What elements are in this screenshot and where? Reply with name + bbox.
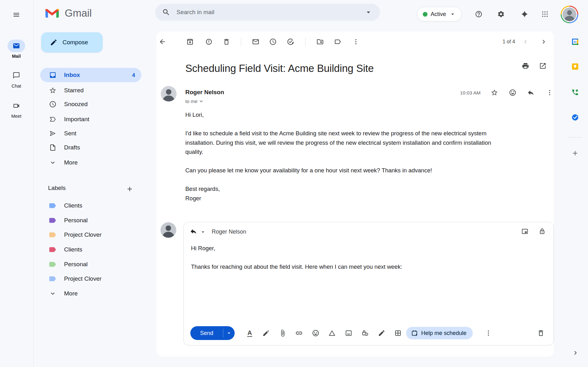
reply-compose-card[interactable] <box>183 222 554 345</box>
send-button[interactable]: Send <box>190 326 235 340</box>
report-spam-button[interactable] <box>202 35 216 49</box>
mark-unread-button[interactable] <box>249 35 263 49</box>
label-item-clients[interactable]: Clients <box>40 198 141 213</box>
label-item-personal-2[interactable]: Personal <box>40 257 141 272</box>
confidential-mode-button[interactable] <box>358 326 372 340</box>
reply-type-chevron-icon[interactable] <box>200 229 206 235</box>
sidebar-item-drafts[interactable]: Drafts <box>40 140 141 155</box>
label-item-text: Personal <box>64 217 88 224</box>
snooze-button[interactable] <box>266 35 280 49</box>
recipient-label: to me <box>185 99 198 104</box>
rail-item-chat-label[interactable]: Chat <box>0 84 33 89</box>
rail-item-mail-label[interactable]: Mail <box>0 54 33 59</box>
message-more-button[interactable] <box>543 86 557 100</box>
insert-link-button[interactable] <box>292 326 306 340</box>
discard-draft-button[interactable] <box>534 326 548 340</box>
more-options-button[interactable] <box>349 35 363 49</box>
confidential-lock-button[interactable] <box>536 225 548 238</box>
compose-more-options-button[interactable] <box>482 326 495 340</box>
calendar-icon: 31 <box>571 38 579 46</box>
sidebar-item-important[interactable]: Important <box>40 112 141 127</box>
help-icon <box>475 10 482 18</box>
label-item-clients-2[interactable]: Clients <box>40 242 141 257</box>
sender-avatar[interactable] <box>161 86 177 102</box>
status-chevron-icon <box>449 11 456 18</box>
labels-button[interactable] <box>331 35 345 49</box>
back-arrow-icon <box>159 38 166 46</box>
compose-button[interactable]: Compose <box>41 32 103 52</box>
status-selector[interactable]: Active <box>417 7 462 21</box>
tasks-icon <box>571 114 579 121</box>
reply-type-button[interactable] <box>187 225 200 238</box>
chat-icon[interactable] <box>13 72 20 79</box>
body-line: I'd like to schedule a field visit to th… <box>185 129 491 138</box>
insert-emoji-button[interactable] <box>309 326 323 340</box>
get-add-ons-button[interactable] <box>568 146 582 160</box>
sidebar-item-more[interactable]: More <box>40 155 141 170</box>
sidebar-item-snoozed[interactable]: Snoozed <box>40 97 141 111</box>
reply-body[interactable]: Hi Roger, Thanks for reaching out about … <box>191 244 402 272</box>
hide-side-panel-button[interactable] <box>569 346 582 360</box>
search-options-chevron-icon[interactable] <box>364 8 373 16</box>
emoji-reaction-button[interactable] <box>506 86 520 100</box>
star-button[interactable] <box>487 86 501 100</box>
sender-name[interactable]: Roger Nelson <box>185 89 224 96</box>
keep-app-button[interactable] <box>568 60 582 73</box>
trash-icon <box>223 38 230 46</box>
body-line: Can you please let me know your availabi… <box>185 166 491 175</box>
sidebar-item-sent[interactable]: Sent <box>40 126 141 141</box>
settings-button[interactable] <box>494 7 508 21</box>
older-email-button[interactable] <box>537 35 551 49</box>
help-me-schedule-button[interactable]: Help me schedule <box>406 327 473 339</box>
move-to-button[interactable] <box>313 35 327 49</box>
gemini-button[interactable] <box>518 7 531 21</box>
layouts-button[interactable] <box>391 326 405 340</box>
pop-out-reply-button[interactable] <box>519 225 531 238</box>
add-to-tasks-button[interactable] <box>284 35 297 49</box>
archive-button[interactable] <box>183 35 197 49</box>
details-chevron-icon[interactable] <box>198 98 204 104</box>
insert-photo-button[interactable] <box>342 326 356 340</box>
help-me-write-button[interactable] <box>259 326 273 340</box>
insert-from-drive-button[interactable] <box>325 326 339 340</box>
send-options-chevron-icon[interactable] <box>223 330 235 336</box>
mail-icon[interactable] <box>13 42 20 50</box>
search-input[interactable] <box>176 8 364 16</box>
label-item-project-clover[interactable]: Project Clover <box>40 228 141 242</box>
delete-button[interactable] <box>220 35 233 49</box>
apps-button[interactable] <box>538 7 552 21</box>
sidebar-item-inbox[interactable]: Inbox 4 <box>40 68 141 82</box>
create-label-button[interactable] <box>123 182 137 196</box>
newer-email-button[interactable] <box>519 35 532 49</box>
insert-signature-button[interactable] <box>375 326 389 340</box>
print-button[interactable] <box>519 59 532 73</box>
more-vert-icon <box>352 38 360 46</box>
sidebar-item-starred[interactable]: Starred <box>40 83 141 98</box>
main-menu-button[interactable] <box>9 8 23 22</box>
calendar-plus-icon <box>411 330 418 337</box>
label-item-project-clover-2[interactable]: Project Clover <box>40 272 141 286</box>
search-icon[interactable] <box>162 8 170 16</box>
email-subject: Scheduling Field Visit: Acme Building Si… <box>185 62 374 74</box>
meet-icon[interactable] <box>13 102 20 110</box>
reply-button[interactable] <box>524 86 538 100</box>
help-button[interactable] <box>472 7 486 21</box>
account-avatar[interactable] <box>561 6 578 23</box>
rail-item-meet-label[interactable]: Meet <box>0 114 33 119</box>
label-item-personal[interactable]: Personal <box>40 213 141 228</box>
voice-app-button[interactable] <box>568 85 582 99</box>
tasks-app-button[interactable] <box>568 111 582 124</box>
body-line: Roger <box>185 194 491 203</box>
archive-icon <box>186 38 194 46</box>
recipient-row[interactable]: to me <box>185 98 204 104</box>
open-in-new-button[interactable] <box>536 59 550 73</box>
back-button[interactable] <box>155 35 169 49</box>
search-bar[interactable] <box>155 4 380 21</box>
formatting-options-button[interactable]: A <box>243 326 257 340</box>
labels-more[interactable]: More <box>40 286 141 301</box>
attach-file-button[interactable] <box>276 326 290 340</box>
label-tag-icon <box>49 246 57 253</box>
reply-recipient[interactable]: Roger Nelson <box>212 229 246 235</box>
calendar-app-button[interactable]: 31 <box>568 35 582 49</box>
compose-label: Compose <box>63 39 88 46</box>
